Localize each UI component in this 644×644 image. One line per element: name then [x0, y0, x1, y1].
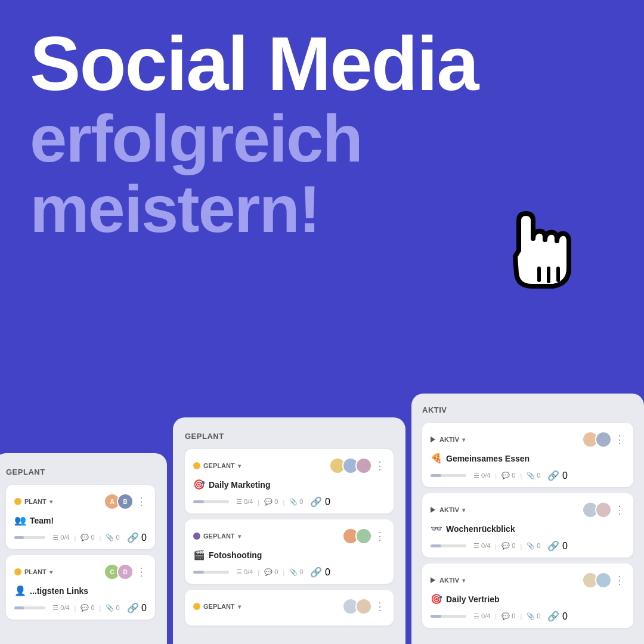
progress-bar: [14, 536, 45, 539]
task-avatars: A B: [104, 493, 134, 510]
task-meta: ☰ 0/4 | 💬 0 | 📎 0: [473, 472, 540, 479]
avatar: B: [117, 493, 134, 510]
progress-bar: [193, 500, 229, 503]
avatar: [355, 598, 372, 615]
more-options-icon[interactable]: ⋮: [614, 433, 625, 446]
links-count: 🔗 0: [310, 566, 330, 578]
chevron-down-icon: ▾: [462, 436, 465, 443]
progress-fill: [14, 536, 24, 539]
task-emoji: 🎯: [431, 593, 442, 605]
links-count: 🔗 0: [310, 496, 330, 507]
status-badge: PLANT ▾: [14, 568, 52, 575]
task-footer: ☰ 0/4 | 💬 0 | 📎 0 🔗 0: [431, 470, 625, 481]
task-title: 🎬 Fotoshooting: [193, 549, 385, 561]
links-count: 🔗 0: [127, 602, 147, 614]
progress-fill: [193, 500, 204, 503]
progress-fill: [431, 544, 441, 547]
badge-dot: [193, 462, 200, 469]
task-emoji: 👤: [14, 585, 26, 596]
status-badge: AKTIV ▾: [431, 436, 465, 443]
avatar: [355, 457, 372, 474]
card-middle: GEPLANT GEPLANT ▾ ⋮ 🎯: [173, 417, 405, 644]
status-badge: GEPLANT ▾: [193, 462, 241, 469]
hero-line1: Social Media: [30, 24, 614, 104]
more-options-icon[interactable]: ⋮: [136, 565, 147, 578]
avatar: [595, 572, 612, 589]
task-footer: ☰ 0/4 | 💬 0 | 📎 0 🔗 0: [14, 602, 147, 614]
task-emoji: 👥: [14, 515, 26, 526]
task-emoji: 🎯: [193, 479, 205, 490]
task-card-wochenrueckblick[interactable]: AKTIV ▾ ⋮ 👓 Wochenrückblick: [422, 493, 633, 558]
task-card-left-2[interactable]: PLANT ▾ C D ⋮ 👤 ...tigsten Links: [6, 555, 155, 620]
task-card-daily-marketing[interactable]: GEPLANT ▾ ⋮ 🎯 Daily Marketing: [185, 449, 394, 513]
hero-line2: erfolgreich: [30, 104, 614, 174]
task-card-gemeinsames-essen[interactable]: AKTIV ▾ ⋮ 🍕 Gemeinsames Essen: [422, 423, 633, 487]
hand-cursor-icon: [501, 185, 596, 292]
avatar: D: [117, 564, 134, 580]
chevron-down-icon: ▾: [238, 463, 241, 469]
chevron-down-icon: ▾: [238, 603, 241, 610]
badge-dot: [14, 498, 21, 505]
progress-bar: [14, 606, 45, 609]
progress-fill: [431, 474, 441, 477]
task-card-left-1[interactable]: PLANT ▾ A B ⋮ 👥 Team!: [6, 485, 155, 549]
more-options-icon[interactable]: ⋮: [374, 600, 385, 613]
task-footer: ☰ 0/4 | 💬 0 | 📎 0 🔗 0: [431, 611, 625, 622]
status-badge: GEPLANT ▾: [193, 532, 241, 540]
avatar: [355, 528, 372, 544]
play-icon: [431, 577, 435, 583]
task-avatars: [329, 457, 372, 474]
chevron-down-icon: ▾: [238, 533, 241, 540]
task-title: 🎯 Daily Marketing: [193, 479, 385, 490]
task-card-middle-3[interactable]: GEPLANT ▾ ⋮: [185, 590, 394, 626]
task-avatars: [582, 501, 612, 518]
task-avatars: [582, 572, 612, 589]
card-left: GEPLANT PLANT ▾ A B ⋮ 👥 Team: [0, 453, 167, 644]
status-badge: GEPLANT ▾: [193, 603, 241, 610]
progress-bar: [431, 544, 466, 547]
progress-fill: [193, 571, 204, 574]
more-options-icon[interactable]: ⋮: [374, 459, 385, 472]
task-meta: ☰ 0/4 | 💬 0 | 📎 0: [473, 612, 540, 620]
task-meta: ☰ 0/4 | 💬 0 | 📎 0: [236, 498, 303, 506]
right-column-title: AKTIV: [422, 405, 633, 414]
chevron-down-icon: ▾: [49, 499, 52, 505]
task-title: 👤 ...tigsten Links: [14, 585, 147, 596]
task-title: 👓 Wochenrückblick: [431, 523, 625, 534]
status-badge: AKTIV ▾: [431, 506, 465, 513]
task-meta: ☰ 0/4 | 💬 0 | 📎 0: [236, 568, 303, 576]
more-options-icon[interactable]: ⋮: [136, 495, 147, 508]
play-icon: [431, 507, 435, 513]
progress-fill: [431, 615, 441, 618]
task-footer: ☰ 0/4 | 💬 0 | 📎 0 🔗 0: [193, 566, 385, 578]
middle-column-title: GEPLANT: [185, 432, 394, 441]
chevron-down-icon: ▾: [49, 569, 52, 575]
card-right: AKTIV AKTIV ▾ ⋮ 🍕 Gemeinsa: [411, 394, 644, 644]
task-meta: ☰ 0/4 | 💬 0 | 📎 0: [473, 542, 540, 550]
status-badge: PLANT ▾: [14, 498, 52, 505]
avatar: [595, 431, 612, 448]
task-card-daily-vertrieb[interactable]: AKTIV ▾ ⋮ 🎯 Daily Vertrieb: [422, 564, 633, 628]
badge-dot: [193, 532, 200, 540]
task-emoji: 🎬: [193, 549, 205, 561]
badge-dot: [14, 568, 21, 575]
more-options-icon[interactable]: ⋮: [614, 574, 625, 587]
links-count: 🔗 0: [547, 470, 567, 481]
task-avatars: [342, 598, 372, 615]
cards-area: GEPLANT PLANT ▾ A B ⋮ 👥 Team: [0, 388, 644, 644]
progress-bar: [431, 474, 466, 477]
status-badge: AKTIV ▾: [431, 577, 465, 584]
progress-bar: [193, 571, 229, 574]
more-options-icon[interactable]: ⋮: [374, 530, 385, 543]
task-title: 👥 Team!: [14, 515, 147, 526]
task-avatars: C D: [104, 564, 134, 580]
task-meta: ☰ 0/4 | 💬 0 | 📎 0: [52, 604, 119, 612]
more-options-icon[interactable]: ⋮: [614, 503, 625, 516]
task-footer: ☰ 0/4 | 💬 0 | 📎 0 🔗 0: [14, 532, 147, 543]
left-column-title: GEPLANT: [6, 467, 155, 476]
task-card-fotoshooting[interactable]: GEPLANT ▾ ⋮ 🎬 Fotoshooting: [185, 519, 394, 584]
task-title: 🍕 Gemeinsames Essen: [431, 453, 625, 464]
progress-bar: [431, 615, 466, 618]
links-count: 🔗 0: [127, 532, 147, 543]
badge-dot: [193, 603, 200, 610]
